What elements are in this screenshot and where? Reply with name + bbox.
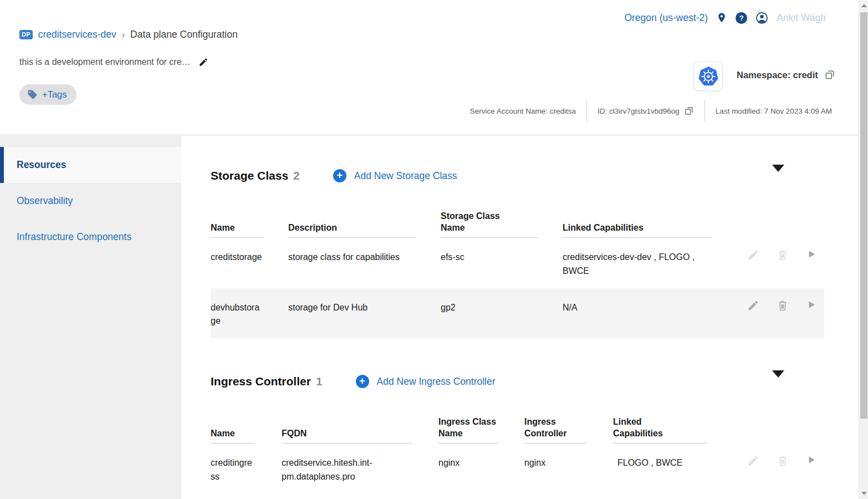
sidebar: Resources Observability Infrastructure C…	[0, 136, 181, 499]
column-header-name: Name	[211, 206, 263, 238]
topbar: Oregon (us-west-2) ? Ankit Wagh	[624, 11, 826, 24]
cell-name: creditingress	[211, 456, 255, 484]
column-header-actions	[737, 206, 824, 238]
cell-linked-capabilities: FLOGO , BWCE	[613, 456, 707, 484]
storage-class-collapse-button[interactable]	[770, 170, 787, 182]
namespace-label: Namespace: credit	[737, 70, 818, 80]
copy-namespace-icon[interactable]	[824, 69, 835, 80]
storage-class-table-row: creditstorage storage class for capabili…	[211, 238, 824, 288]
vertical-scrollbar[interactable]	[859, 0, 868, 499]
cell-ingress-class-name: nginx	[438, 456, 498, 484]
storage-class-section-header: Storage Class 2 + Add New Storage Class	[211, 169, 824, 182]
plus-circle-icon: +	[333, 169, 346, 182]
delete-trash-icon[interactable]	[777, 249, 789, 261]
row-actions	[737, 299, 824, 329]
kubernetes-logo	[693, 62, 723, 91]
meta-divider	[586, 100, 587, 121]
ingress-controller-collapse-button[interactable]	[770, 375, 787, 388]
edit-description-pencil-icon[interactable]	[198, 57, 208, 67]
add-new-storage-class-button[interactable]: + Add New Storage Class	[333, 169, 457, 182]
cell-ingress-controller: nginx	[524, 456, 586, 484]
cell-name: devhubstorage	[211, 301, 263, 329]
row-actions	[734, 455, 824, 484]
column-header-storage-class-name: Storage Class Name	[441, 206, 538, 238]
add-new-ingress-controller-label: Add New Ingress Controller	[377, 376, 496, 388]
column-header-actions	[734, 411, 824, 444]
triangle-down-icon	[772, 165, 784, 180]
data-plane-badge: DP	[19, 30, 33, 39]
breadcrumb-current: Data plane Configuration	[130, 29, 238, 40]
breadcrumb-chevron-icon: ›	[122, 30, 125, 40]
breadcrumb: DP creditservices-dev › Data plane Confi…	[19, 29, 238, 40]
add-new-ingress-controller-button[interactable]: + Add New Ingress Controller	[356, 375, 496, 388]
description-row: this is a development environment for cr…	[19, 57, 208, 67]
cell-linked-capabilities: N/A	[563, 301, 712, 329]
dataplane-id: ID: cl3irv7gtstv1vbd96og	[598, 106, 694, 116]
description-text: this is a development environment for cr…	[19, 57, 191, 67]
scroll-up-arrow-icon[interactable]	[859, 1, 868, 10]
main-content: Storage Class 2 + Add New Storage Class …	[181, 136, 859, 499]
triangle-down-icon	[772, 370, 784, 386]
username-label: Ankit Wagh	[777, 12, 826, 24]
scroll-down-arrow-icon[interactable]	[859, 489, 868, 498]
add-tags-button[interactable]: +Tags	[19, 84, 76, 105]
storage-class-table-header: Name Description Storage Class Name Link…	[211, 206, 824, 238]
row-actions	[737, 249, 824, 278]
edit-pencil-icon[interactable]	[747, 455, 759, 467]
plus-circle-icon: +	[356, 375, 369, 388]
column-header-linked-capabilities: Linked Capabilities	[613, 411, 707, 444]
run-play-icon[interactable]	[806, 299, 816, 310]
run-play-icon[interactable]	[806, 249, 816, 259]
column-header-ingress-class-name: Ingress Class Name	[438, 411, 498, 444]
namespace-row: Namespace: credit	[737, 69, 835, 80]
region-selector[interactable]: Oregon (us-west-2)	[624, 12, 708, 24]
column-header-description: Description	[288, 206, 416, 238]
cell-description: storage class for capabilities	[288, 251, 416, 278]
user-avatar-icon[interactable]	[755, 12, 768, 24]
data-plane-configuration-page: Oregon (us-west-2) ? Ankit Wagh DP	[0, 0, 868, 499]
column-header-ingress-controller: Ingress Controller	[524, 411, 586, 444]
sidebar-item-infrastructure-components[interactable]: Infrastructure Components	[0, 219, 181, 255]
storage-class-title: Storage Class	[211, 169, 288, 182]
column-header-fqdn: FQDN	[282, 411, 412, 444]
column-header-linked-capabilities: Linked Capabilities	[563, 206, 712, 238]
run-play-icon[interactable]	[806, 455, 816, 465]
add-new-storage-class-label: Add New Storage Class	[354, 170, 457, 182]
delete-trash-icon[interactable]	[777, 455, 789, 467]
sidebar-item-resources[interactable]: Resources	[0, 147, 181, 183]
copy-id-icon[interactable]	[684, 106, 694, 116]
meta-divider	[704, 100, 705, 121]
ingress-controller-count: 1	[316, 375, 323, 388]
sidebar-item-observability[interactable]: Observability	[0, 183, 181, 219]
location-pin-icon[interactable]	[716, 11, 727, 24]
service-account-label: Service Account Name: creditsa	[470, 107, 576, 115]
column-header-name: Name	[211, 411, 255, 444]
ingress-controller-title: Ingress Controller	[211, 375, 311, 388]
page-header: Oregon (us-west-2) ? Ankit Wagh DP	[0, 0, 859, 135]
dataplane-id-text: ID: cl3irv7gtstv1vbd96og	[598, 107, 680, 115]
cell-description: storage for Dev Hub	[288, 301, 416, 329]
ingress-controller-section-header: Ingress Controller 1 + Add New Ingress C…	[211, 375, 824, 388]
add-tags-label: +Tags	[42, 89, 67, 100]
meta-row: Service Account Name: creditsa ID: cl3ir…	[470, 100, 832, 121]
cell-name: creditstorage	[211, 251, 263, 278]
tag-icon	[27, 89, 38, 100]
scrollbar-thumb[interactable]	[860, 12, 867, 419]
edit-pencil-icon[interactable]	[747, 249, 759, 261]
cell-storage-class-name: efs-sc	[441, 251, 538, 278]
storage-class-count: 2	[293, 169, 300, 182]
cell-fqdn: creditservice.hitesh.int-pm.dataplanes.p…	[282, 456, 412, 484]
breadcrumb-parent-link[interactable]: creditservices-dev	[38, 29, 116, 40]
cell-storage-class-name: gp2	[441, 301, 538, 329]
help-icon[interactable]: ?	[736, 12, 747, 24]
ingress-controller-table-row: creditingress creditservice.hitesh.int-p…	[211, 444, 824, 494]
edit-pencil-icon[interactable]	[747, 299, 759, 312]
delete-trash-icon[interactable]	[777, 299, 789, 312]
ingress-controller-table-header: Name FQDN Ingress Class Name Ingress Con…	[211, 411, 824, 444]
last-modified-label: Last modified: 7 Nov 2023 4:09 AM	[716, 107, 832, 115]
storage-class-table-row: devhubstorage storage for Dev Hub gp2 N/…	[211, 288, 824, 339]
cell-linked-capabilities: creditservices-dev-dev , FLOGO , BWCE	[563, 251, 712, 278]
